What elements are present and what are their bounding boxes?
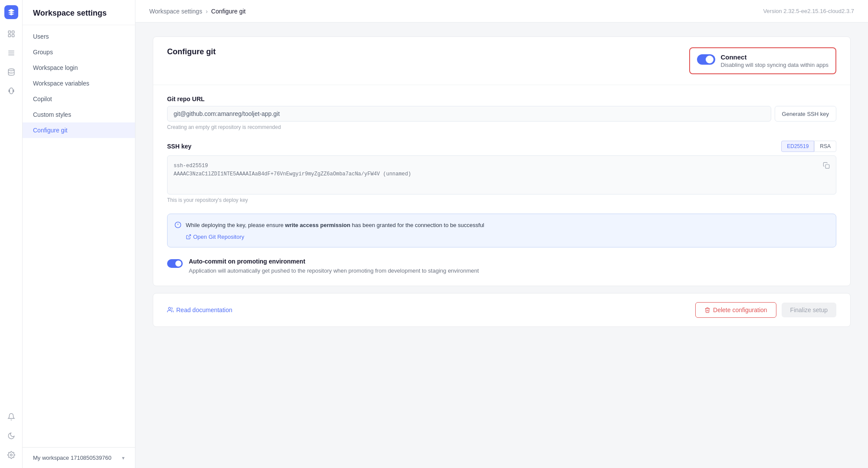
finalize-label: Finalize setup <box>790 307 828 313</box>
breadcrumb-separator: › <box>206 8 208 15</box>
open-git-repo-link[interactable]: Open Git Repository <box>186 234 829 240</box>
ssh-key-box: ssh-ed25519AAAAC3NzaC1lZDI1NTE5AAAAIAaB4… <box>167 155 836 194</box>
auto-commit-row: Auto-commit on promoting environment App… <box>167 258 836 275</box>
sidebar-item-groups[interactable]: Groups <box>23 44 135 60</box>
connect-sub: Disabling will stop syncing data within … <box>720 62 829 68</box>
copy-ssh-key-button[interactable] <box>821 160 832 172</box>
connect-box: Connect Disabling will stop syncing data… <box>689 47 836 74</box>
delete-config-label: Delete configuration <box>713 307 767 313</box>
auto-commit-text: Auto-commit on promoting environment App… <box>189 258 479 275</box>
grid-icon[interactable] <box>3 26 19 42</box>
topbar: Workspace settings › Configure git Versi… <box>135 0 868 23</box>
svg-rect-9 <box>825 165 829 168</box>
page-content: Configure git Connect Disabling will sto… <box>135 23 868 468</box>
sidebar-nav: Users Groups Workspace login Workspace v… <box>23 25 135 447</box>
git-repo-input-row: Generate SSH key <box>167 106 836 122</box>
svg-rect-0 <box>8 31 10 33</box>
footer-action-buttons: Delete configuration Finalize setup <box>695 302 836 318</box>
connect-label: Connect <box>720 53 829 61</box>
connect-info: Connect Disabling will stop syncing data… <box>720 53 829 68</box>
svg-rect-3 <box>12 35 14 37</box>
sidebar-item-users[interactable]: Users <box>23 29 135 44</box>
generate-ssh-key-button[interactable]: Generate SSH key <box>775 106 836 122</box>
sidebar-item-workspace-login[interactable]: Workspace login <box>23 60 135 76</box>
git-repo-label: Git repo URL <box>167 96 836 102</box>
settings-icon[interactable] <box>3 447 19 463</box>
breadcrumb-current: Configure git <box>211 8 246 15</box>
key-type-rsa-button[interactable]: RSA <box>814 141 836 152</box>
sidebar: Workspace settings Users Groups Workspac… <box>23 0 135 468</box>
key-type-buttons: ED25519 RSA <box>781 141 836 152</box>
configure-git-card: Configure git Connect Disabling will sto… <box>153 36 851 286</box>
git-repo-input[interactable] <box>167 106 771 122</box>
connect-toggle[interactable] <box>697 54 715 65</box>
sidebar-item-copilot[interactable]: Copilot <box>23 91 135 107</box>
git-repo-group: Git repo URL Generate SSH key Creating a… <box>167 96 836 130</box>
ssh-key-header: SSH key ED25519 RSA <box>167 141 836 152</box>
ssh-key-value: ssh-ed25519AAAAC3NzaC1lZDI1NTE5AAAAIAaB4… <box>174 163 411 177</box>
svg-point-14 <box>168 307 171 310</box>
card-header: Configure git Connect Disabling will sto… <box>153 37 850 85</box>
ssh-key-group: SSH key ED25519 RSA ssh-ed25519AAAAC3Nza… <box>167 141 836 203</box>
card-body: Git repo URL Generate SSH key Creating a… <box>153 85 850 286</box>
open-git-repo-text: Open Git Repository <box>193 234 244 240</box>
deploy-key-hint: This is your repository's deploy key <box>167 197 836 203</box>
sidebar-item-workspace-variables[interactable]: Workspace variables <box>23 76 135 91</box>
finalize-setup-button: Finalize setup <box>782 303 836 317</box>
icon-rail <box>0 0 23 468</box>
list-icon[interactable] <box>3 45 19 61</box>
workspace-name: My workspace 1710850539760 <box>33 455 112 461</box>
auto-commit-label: Auto-commit on promoting environment <box>189 258 479 265</box>
sidebar-item-configure-git[interactable]: Configure git <box>23 122 135 138</box>
info-box-row: While deploying the key, please ensure w… <box>174 221 829 230</box>
sidebar-title: Workspace settings <box>23 0 135 25</box>
svg-rect-1 <box>12 31 14 33</box>
svg-point-8 <box>10 454 12 456</box>
sidebar-footer[interactable]: My workspace 1710850539760 ▾ <box>23 447 135 468</box>
read-documentation-button[interactable]: Read documentation <box>167 307 232 313</box>
auto-commit-desc: Application will automatically get pushe… <box>189 267 479 275</box>
sidebar-item-custom-styles[interactable]: Custom styles <box>23 107 135 122</box>
chevron-down-icon: ▾ <box>122 455 125 461</box>
info-box: While deploying the key, please ensure w… <box>167 214 836 247</box>
read-docs-label: Read documentation <box>176 307 232 313</box>
database-icon[interactable] <box>3 64 19 80</box>
breadcrumb: Workspace settings › Configure git <box>149 8 246 15</box>
git-repo-hint: Creating an empty git repository is reco… <box>167 124 836 130</box>
auto-commit-toggle[interactable] <box>167 259 183 268</box>
bell-icon[interactable] <box>3 409 19 425</box>
ssh-key-label: SSH key <box>167 143 191 150</box>
svg-point-7 <box>8 69 14 71</box>
key-type-ed25519-button[interactable]: ED25519 <box>781 141 814 152</box>
app-logo[interactable] <box>4 5 18 19</box>
plugin-icon[interactable] <box>3 83 19 99</box>
main-content: Workspace settings › Configure git Versi… <box>135 0 868 468</box>
moon-icon[interactable] <box>3 428 19 444</box>
breadcrumb-parent[interactable]: Workspace settings <box>149 8 202 15</box>
card-title: Configure git <box>167 47 216 56</box>
delete-configuration-button[interactable]: Delete configuration <box>695 302 776 318</box>
svg-rect-2 <box>8 35 10 37</box>
version-label: Version 2.32.5-ee2.15.16-cloud2.3.7 <box>763 8 854 14</box>
info-icon <box>174 221 181 230</box>
info-text: While deploying the key, please ensure w… <box>186 221 484 230</box>
footer-actions-card: Read documentation Delete configuration … <box>153 293 851 327</box>
svg-line-13 <box>188 235 191 237</box>
